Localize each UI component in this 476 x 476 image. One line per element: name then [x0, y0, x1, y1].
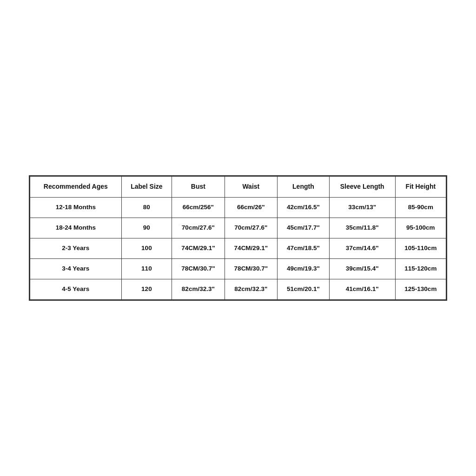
cell-fit-height: 95-100cm [395, 218, 446, 238]
cell-waist: 66cm/26" [225, 198, 277, 218]
cell-sleeve-length: 41cm/16.1" [329, 279, 395, 299]
cell-bust: 78CM/30.7" [172, 258, 225, 279]
cell-waist: 70cm/27.6" [225, 218, 277, 238]
table-row: 18-24 Months9070cm/27.6"70cm/27.6"45cm/1… [30, 218, 446, 238]
cell-label-size: 110 [121, 258, 172, 279]
cell-ages: 4-5 Years [30, 279, 122, 299]
cell-ages: 12-18 Months [30, 198, 122, 218]
cell-fit-height: 85-90cm [395, 198, 446, 218]
cell-ages: 3-4 Years [30, 258, 122, 279]
header-recommended-ages: Recommended Ages [30, 177, 122, 198]
cell-sleeve-length: 35cm/11.8" [329, 218, 395, 238]
cell-length: 42cm/16.5" [278, 198, 330, 218]
cell-label-size: 90 [121, 218, 172, 238]
cell-waist: 82cm/32.3" [225, 279, 277, 299]
table-header-row: Recommended Ages Label Size Bust Waist L… [30, 177, 446, 198]
cell-label-size: 120 [121, 279, 172, 299]
cell-label-size: 80 [121, 198, 172, 218]
cell-sleeve-length: 37cm/14.6" [329, 238, 395, 258]
cell-length: 49cm/19.3" [278, 258, 330, 279]
header-waist: Waist [225, 177, 277, 198]
cell-bust: 74CM/29.1" [172, 238, 225, 258]
cell-waist: 74CM/29.1" [225, 238, 277, 258]
cell-length: 51cm/20.1" [278, 279, 330, 299]
cell-bust: 70cm/27.6" [172, 218, 225, 238]
size-chart-container: Recommended Ages Label Size Bust Waist L… [29, 175, 447, 300]
cell-label-size: 100 [121, 238, 172, 258]
cell-length: 47cm/18.5" [278, 238, 330, 258]
header-bust: Bust [172, 177, 225, 198]
size-chart-table: Recommended Ages Label Size Bust Waist L… [30, 176, 446, 299]
cell-sleeve-length: 39cm/15.4" [329, 258, 395, 279]
header-fit-height: Fit Height [395, 177, 446, 198]
cell-sleeve-length: 33cm/13" [329, 198, 395, 218]
table-row: 3-4 Years11078CM/30.7"78CM/30.7"49cm/19.… [30, 258, 446, 279]
cell-ages: 18-24 Months [30, 218, 122, 238]
table-row: 4-5 Years12082cm/32.3"82cm/32.3"51cm/20.… [30, 279, 446, 299]
table-row: 12-18 Months8066cm/256"66cm/26"42cm/16.5… [30, 198, 446, 218]
cell-bust: 82cm/32.3" [172, 279, 225, 299]
cell-ages: 2-3 Years [30, 238, 122, 258]
cell-length: 45cm/17.7" [278, 218, 330, 238]
cell-fit-height: 115-120cm [395, 258, 446, 279]
cell-bust: 66cm/256" [172, 198, 225, 218]
table-row: 2-3 Years10074CM/29.1"74CM/29.1"47cm/18.… [30, 238, 446, 258]
cell-fit-height: 105-110cm [395, 238, 446, 258]
cell-fit-height: 125-130cm [395, 279, 446, 299]
cell-waist: 78CM/30.7" [225, 258, 277, 279]
header-length: Length [278, 177, 330, 198]
header-sleeve-length: Sleeve Length [329, 177, 395, 198]
header-label-size: Label Size [121, 177, 172, 198]
